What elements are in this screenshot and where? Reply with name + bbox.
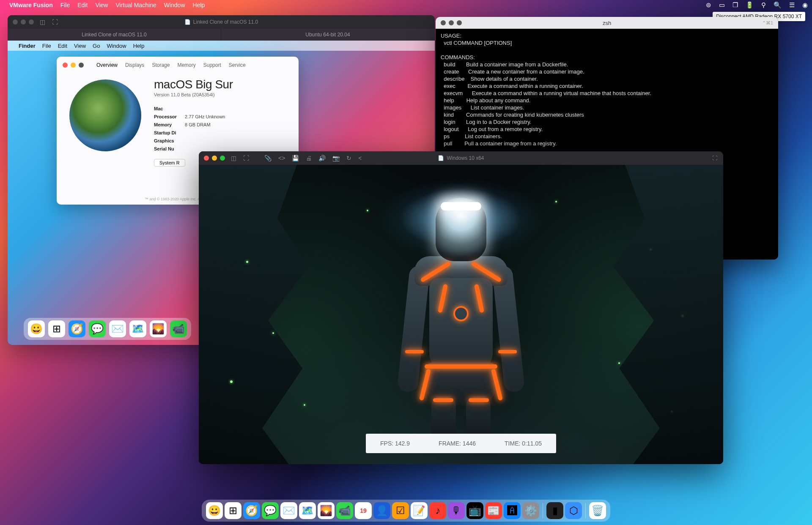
- menu-virtual-machine[interactable]: Virtual Machine: [115, 2, 156, 8]
- os-version: Version 11.0 Beta (20A5354i): [154, 92, 233, 97]
- dock-maps-icon[interactable]: 🗺️: [299, 502, 316, 519]
- dock-settings-icon[interactable]: ⚙️: [522, 502, 539, 519]
- dock-photos-icon[interactable]: 🌄: [318, 502, 335, 519]
- system-report-button[interactable]: System R: [154, 159, 185, 167]
- spotlight-icon[interactable]: 🔍: [774, 1, 782, 9]
- fps-value: 142.9: [395, 440, 410, 447]
- dock-mail-icon[interactable]: ✉️: [280, 502, 297, 519]
- expand-icon[interactable]: ⛶: [52, 19, 58, 25]
- vm-titlebar[interactable]: ◫ ⛶ 📄Linked Clone of macOS 11.0: [8, 15, 435, 29]
- dock-finder-icon[interactable]: 😀: [206, 502, 223, 519]
- guest-menubar: Finder File Edit View Go Window Help: [8, 41, 435, 51]
- zoom-button[interactable]: [29, 19, 34, 25]
- dock-photos-icon[interactable]: 🌄: [150, 320, 167, 337]
- vm2-minimize-button[interactable]: [212, 156, 217, 161]
- host-menubar: VMware Fusion File Edit View Virtual Mac…: [0, 0, 812, 10]
- guest-menu-file[interactable]: File: [42, 43, 51, 49]
- about-minimize-button[interactable]: [71, 63, 76, 68]
- vm2-close-button[interactable]: [204, 156, 209, 161]
- guest-menu-window[interactable]: Window: [107, 43, 126, 49]
- game-viewport[interactable]: FPS: 142.9 FRAME: 1446 TIME: 0:11.05: [199, 165, 723, 464]
- toolbar-audio-icon[interactable]: 🔊: [318, 155, 326, 161]
- guest-menu-edit[interactable]: Edit: [58, 43, 67, 49]
- toolbar-expand-icon[interactable]: ⛶: [243, 155, 249, 161]
- term-minimize-button[interactable]: [449, 20, 454, 25]
- terminal-output[interactable]: USAGE: vctl COMMAND [OPTIONS] COMMANDS: …: [436, 29, 778, 150]
- dock-tv-icon[interactable]: 📺: [466, 502, 483, 519]
- terminal-title: zsh: [603, 20, 611, 26]
- wifi-icon[interactable]: ⚲: [761, 1, 766, 9]
- game-character: [406, 198, 516, 435]
- about-tab-memory[interactable]: Memory: [177, 62, 195, 68]
- guest-app-name[interactable]: Finder: [19, 43, 36, 49]
- dock-music-icon[interactable]: ♪: [429, 502, 446, 519]
- terminal-shortcut: ⌃⌘1: [762, 20, 773, 26]
- dock-maps-icon[interactable]: 🗺️: [129, 320, 146, 337]
- dock-appstore-icon[interactable]: 🅰: [504, 502, 521, 519]
- about-tab-storage[interactable]: Storage: [152, 62, 170, 68]
- menu-help[interactable]: Help: [193, 2, 205, 8]
- guest-dock: 😀 ⊞ 🧭 💬 ✉️ 🗺️ 🌄 📹: [24, 318, 191, 340]
- menu-edit[interactable]: Edit: [77, 2, 88, 8]
- dock-launchpad-icon[interactable]: ⊞: [48, 320, 65, 337]
- status-icon[interactable]: ⊚: [706, 1, 711, 9]
- dock-terminal-icon[interactable]: ▮: [546, 502, 563, 519]
- battery-icon[interactable]: 🔋: [746, 1, 754, 9]
- dock-calendar-icon[interactable]: 19: [355, 502, 372, 519]
- dock-messages-icon[interactable]: 💬: [89, 320, 106, 337]
- dock-safari-icon[interactable]: 🧭: [243, 502, 260, 519]
- dock-facetime-icon[interactable]: 📹: [336, 502, 353, 519]
- monitor-icon[interactable]: ▭: [719, 1, 725, 9]
- dock-facetime-icon[interactable]: 📹: [170, 320, 187, 337]
- toolbar-refresh-icon[interactable]: ↻: [346, 155, 351, 161]
- siri-icon[interactable]: ◉: [802, 1, 808, 9]
- terminal-titlebar[interactable]: zsh ⌃⌘1: [436, 17, 778, 29]
- about-tab-support[interactable]: Support: [203, 62, 221, 68]
- toolbar-code-icon[interactable]: <>: [278, 155, 285, 161]
- control-center-icon[interactable]: ☰: [789, 1, 795, 9]
- dock-contacts-icon[interactable]: 👤: [373, 502, 390, 519]
- term-zoom-button[interactable]: [457, 20, 462, 25]
- dock-news-icon[interactable]: 📰: [485, 502, 502, 519]
- dock-launchpad-icon[interactable]: ⊞: [225, 502, 241, 519]
- about-tab-service[interactable]: Service: [229, 62, 246, 68]
- term-close-button[interactable]: [441, 20, 446, 25]
- vm2-zoom-button[interactable]: [220, 156, 225, 161]
- dock-messages-icon[interactable]: 💬: [262, 502, 279, 519]
- about-close-button[interactable]: [63, 63, 68, 68]
- toolbar-sidebar-icon[interactable]: ◫: [231, 155, 236, 161]
- dock-notes-icon[interactable]: 📝: [411, 502, 428, 519]
- windows-icon[interactable]: ❐: [732, 1, 738, 9]
- minimize-button[interactable]: [21, 19, 26, 25]
- toolbar-disk-icon[interactable]: 💾: [292, 155, 299, 161]
- dock-finder-icon[interactable]: 😀: [28, 320, 45, 337]
- toolbar-print-icon[interactable]: 🖨: [306, 155, 312, 161]
- app-name[interactable]: VMware Fusion: [9, 2, 53, 8]
- menu-view[interactable]: View: [95, 2, 108, 8]
- sidebar-icon[interactable]: ◫: [40, 19, 45, 25]
- menu-window[interactable]: Window: [164, 2, 185, 8]
- guest-menu-go[interactable]: Go: [93, 43, 100, 49]
- guest-menu-view[interactable]: View: [74, 43, 86, 49]
- toolbar-attach-icon[interactable]: 📎: [264, 155, 272, 161]
- about-tab-overview[interactable]: Overview: [96, 62, 118, 68]
- about-tab-displays[interactable]: Displays: [125, 62, 144, 68]
- dock-reminders-icon[interactable]: ☑: [392, 502, 409, 519]
- vm-tab-1[interactable]: Linked Clone of macOS 11.0: [8, 29, 221, 41]
- dock-podcasts-icon[interactable]: 🎙: [448, 502, 465, 519]
- dock-vmware-icon[interactable]: ⬡: [565, 502, 582, 519]
- toolbar-back-icon[interactable]: <: [358, 155, 362, 161]
- menu-file[interactable]: File: [60, 2, 70, 8]
- dock-mail-icon[interactable]: ✉️: [109, 320, 126, 337]
- document-icon: 📄: [184, 19, 191, 25]
- close-button[interactable]: [13, 19, 18, 25]
- about-zoom-button[interactable]: [79, 63, 84, 68]
- toolbar-camera-icon[interactable]: 📷: [332, 155, 340, 161]
- toolbar-fullscreen-icon[interactable]: ⛶: [712, 155, 717, 161]
- dock-trash-icon[interactable]: 🗑️: [589, 502, 606, 519]
- dock-safari-icon[interactable]: 🧭: [69, 320, 85, 337]
- guest-menu-help[interactable]: Help: [133, 43, 145, 49]
- vm2-titlebar[interactable]: ◫ ⛶ 📎 <> 💾 🖨 🔊 📷 ↻ < 📄Windows 10 x64 ⛶: [199, 151, 723, 165]
- vm-tab-2[interactable]: Ubuntu 64-bit 20.04: [221, 29, 435, 41]
- vm2-title: Windows 10 x64: [447, 155, 484, 161]
